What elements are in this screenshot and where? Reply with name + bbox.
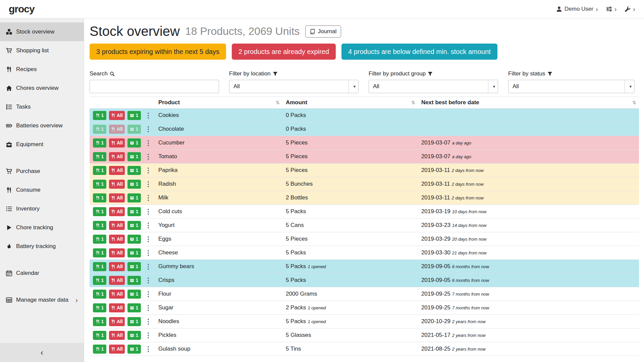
sidebar-item[interactable]: Equipment ›: [0, 135, 84, 154]
open-one-button[interactable]: 1: [127, 138, 141, 147]
consume-one-button[interactable]: 1: [93, 138, 106, 147]
open-one-button[interactable]: 1: [127, 166, 141, 175]
column-header-amount[interactable]: Amount ⇅: [282, 97, 418, 109]
sidebar-item[interactable]: Manage master data ›: [0, 291, 84, 309]
open-one-button[interactable]: 1: [127, 345, 141, 354]
sort-icon[interactable]: ⇅: [411, 100, 415, 105]
open-one-button[interactable]: 1: [127, 235, 141, 244]
kebab-menu-icon[interactable]: ⋮: [145, 345, 152, 353]
sidebar-item[interactable]: Chore tracking ›: [0, 218, 84, 237]
open-one-button[interactable]: 1: [127, 248, 141, 257]
sidebar-item[interactable]: Consume ›: [0, 181, 84, 199]
kebab-menu-icon[interactable]: ⋮: [145, 207, 152, 216]
consume-one-button[interactable]: 1: [93, 290, 106, 299]
consume-all-button[interactable]: All: [109, 193, 125, 202]
consume-one-button[interactable]: 1: [93, 262, 106, 271]
kebab-menu-icon[interactable]: ⋮: [145, 249, 152, 257]
sort-icon[interactable]: ⇅: [632, 100, 636, 105]
column-header-date[interactable]: Next best before date ⇅: [418, 97, 639, 109]
column-header-product[interactable]: Product ⇅: [155, 97, 282, 109]
consume-all-button[interactable]: All: [109, 125, 125, 134]
sidebar-item[interactable]: Purchase ›: [0, 162, 84, 181]
open-one-button[interactable]: 1: [127, 111, 141, 120]
sidebar-item[interactable]: Battery tracking ›: [0, 237, 84, 256]
grocy-logo[interactable]: grocy: [9, 3, 35, 15]
kebab-menu-icon[interactable]: ⋮: [145, 221, 152, 229]
journal-button[interactable]: Journal: [305, 25, 341, 38]
consume-one-button[interactable]: 1: [93, 111, 106, 120]
consume-all-button[interactable]: All: [109, 248, 125, 257]
consume-all-button[interactable]: All: [109, 317, 125, 326]
status-filter-select[interactable]: All ▾: [508, 80, 635, 93]
kebab-menu-icon[interactable]: ⋮: [145, 194, 152, 202]
consume-all-button[interactable]: All: [109, 221, 125, 230]
sidebar-item[interactable]: Chores overview ›: [0, 79, 84, 98]
status-alert-pill[interactable]: 3 products expiring within the next 5 da…: [90, 44, 226, 60]
kebab-menu-icon[interactable]: ⋮: [145, 139, 152, 147]
consume-all-button[interactable]: All: [109, 262, 125, 271]
kebab-menu-icon[interactable]: ⋮: [145, 317, 152, 325]
open-one-button[interactable]: 1: [127, 303, 141, 312]
status-alert-pill[interactable]: 4 products are below defined min. stock …: [341, 44, 497, 60]
open-one-button[interactable]: 1: [127, 125, 141, 134]
open-one-button[interactable]: 1: [127, 331, 141, 340]
consume-one-button[interactable]: 1: [93, 207, 106, 216]
open-one-button[interactable]: 1: [127, 317, 141, 326]
consume-one-button[interactable]: 1: [93, 152, 106, 161]
open-one-button[interactable]: 1: [127, 290, 141, 299]
consume-all-button[interactable]: All: [109, 111, 125, 120]
sidebar-item[interactable]: Shopping list ›: [0, 41, 84, 60]
consume-all-button[interactable]: All: [109, 345, 125, 354]
consume-one-button[interactable]: 1: [93, 303, 106, 312]
kebab-menu-icon[interactable]: ⋮: [145, 180, 152, 188]
kebab-menu-icon[interactable]: ⋮: [145, 304, 152, 312]
consume-all-button[interactable]: All: [109, 290, 125, 299]
kebab-menu-icon[interactable]: ⋮: [145, 262, 152, 270]
kebab-menu-icon[interactable]: ⋮: [145, 166, 152, 174]
location-filter-select[interactable]: All ▾: [229, 80, 359, 93]
kebab-menu-icon[interactable]: ⋮: [145, 153, 152, 161]
status-alert-pill[interactable]: 2 products are already expired: [232, 44, 336, 60]
kebab-menu-icon[interactable]: ⋮: [145, 290, 152, 298]
sidebar-item[interactable]: Stock overview ›: [0, 22, 84, 41]
consume-all-button[interactable]: All: [109, 235, 125, 244]
sidebar-item[interactable]: Calendar ›: [0, 264, 84, 283]
kebab-menu-icon[interactable]: ⋮: [145, 125, 152, 133]
admin-menu[interactable]: ›: [625, 6, 635, 12]
consume-one-button[interactable]: 1: [93, 125, 106, 134]
consume-all-button[interactable]: All: [109, 166, 125, 175]
consume-all-button[interactable]: All: [109, 138, 125, 147]
sidebar-item[interactable]: Inventory ›: [0, 199, 84, 218]
sidebar-item[interactable]: Batteries overview ›: [0, 116, 84, 135]
consume-one-button[interactable]: 1: [93, 345, 106, 354]
consume-all-button[interactable]: All: [109, 152, 125, 161]
user-menu[interactable]: Demo User ›: [556, 6, 598, 12]
kebab-menu-icon[interactable]: ⋮: [145, 111, 152, 119]
sort-icon[interactable]: ⇅: [276, 100, 280, 105]
consume-one-button[interactable]: 1: [93, 180, 106, 189]
kebab-menu-icon[interactable]: ⋮: [145, 276, 152, 284]
consume-all-button[interactable]: All: [109, 276, 125, 285]
consume-one-button[interactable]: 1: [93, 248, 106, 257]
consume-all-button[interactable]: All: [109, 207, 125, 216]
consume-one-button[interactable]: 1: [93, 235, 106, 244]
sidebar-collapse-button[interactable]: ‹: [0, 343, 84, 362]
sidebar-item[interactable]: Recipes ›: [0, 60, 84, 79]
sidebar-item[interactable]: Tasks ›: [0, 98, 84, 116]
open-one-button[interactable]: 1: [127, 180, 141, 189]
open-one-button[interactable]: 1: [127, 262, 141, 271]
open-one-button[interactable]: 1: [127, 152, 141, 161]
consume-one-button[interactable]: 1: [93, 317, 106, 326]
consume-all-button[interactable]: All: [109, 303, 125, 312]
product-group-filter-select[interactable]: All ▾: [369, 80, 498, 93]
consume-all-button[interactable]: All: [109, 180, 125, 189]
consume-one-button[interactable]: 1: [93, 166, 106, 175]
open-one-button[interactable]: 1: [127, 193, 141, 202]
consume-one-button[interactable]: 1: [93, 276, 106, 285]
consume-one-button[interactable]: 1: [93, 331, 106, 340]
open-one-button[interactable]: 1: [127, 221, 141, 230]
kebab-menu-icon[interactable]: ⋮: [145, 331, 152, 339]
consume-all-button[interactable]: All: [109, 331, 125, 340]
kebab-menu-icon[interactable]: ⋮: [145, 235, 152, 243]
open-one-button[interactable]: 1: [127, 207, 141, 216]
